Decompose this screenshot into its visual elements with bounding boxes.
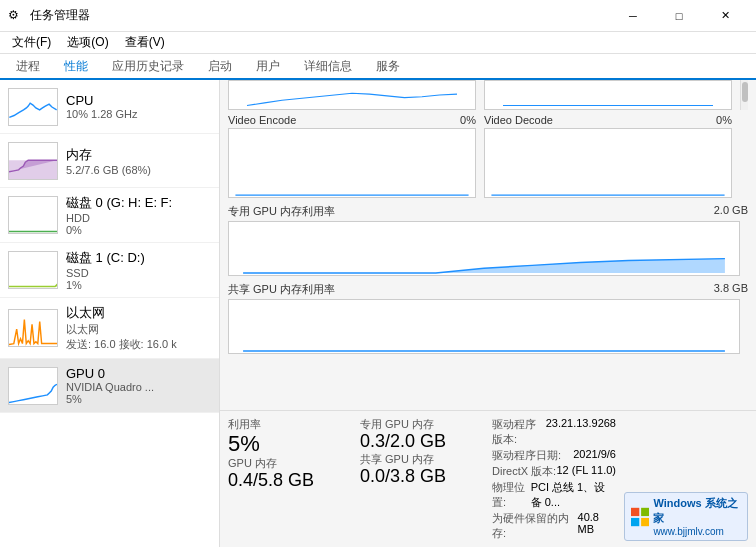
disk1-info: 磁盘 1 (C: D:) SSD 1% [66, 249, 211, 291]
stat-shared-label: 共享 GPU 内存 [360, 452, 484, 467]
memory-info: 内存 5.2/7.6 GB (68%) [66, 146, 211, 176]
memory-thumbnail [8, 142, 58, 180]
close-button[interactable]: ✕ [702, 0, 748, 32]
disk0-name: 磁盘 0 (G: H: E: F: [66, 194, 211, 212]
reserved-mem-val: 40.8 MB [578, 511, 616, 541]
video-decode-graph [484, 128, 732, 198]
dedicated-mem-graph [228, 221, 740, 276]
gpu-value: 5% [66, 393, 211, 405]
stat-gpu-mem: 专用 GPU 内存 0.3/2.0 GB 共享 GPU 内存 0.0/3.8 G… [360, 417, 484, 541]
shared-mem-header: 共享 GPU 内存利用率 3.8 GB [228, 280, 748, 299]
cpu-info: CPU 10% 1.28 GHz [66, 93, 211, 120]
main-content: CPU 10% 1.28 GHz 内存 5.2/7.6 GB (68%) [0, 80, 756, 547]
svg-rect-5 [641, 517, 649, 525]
disk1-value: 1% [66, 279, 211, 291]
watermark-text: Windows 系统之家 www.bjjmlv.com [653, 496, 741, 537]
svg-rect-3 [641, 507, 649, 515]
gpu-name: GPU 0 [66, 366, 211, 381]
maximize-button[interactable]: □ [656, 0, 702, 32]
disk0-type: HDD [66, 212, 211, 224]
title-bar: ⚙ 任务管理器 ─ □ ✕ [0, 0, 756, 32]
disk0-thumbnail [8, 196, 58, 234]
directx-key: DirectX 版本: [492, 464, 556, 479]
video-encode-decode-row: Video Encode 0% Video Decode 0% [228, 112, 748, 198]
tab-details[interactable]: 详细信息 [292, 54, 364, 80]
directx-row: DirectX 版本: 12 (FL 11.0) [492, 464, 616, 479]
video-encode-pct: 0% [460, 114, 476, 126]
watermark-logo [631, 507, 649, 527]
video-decode-header: Video Decode 0% [484, 112, 732, 128]
stat-gpu-mem-value: 0.4/5.8 GB [228, 471, 352, 491]
physical-loc-key: 物理位置: [492, 480, 531, 510]
video-encode-label: Video Encode [228, 114, 296, 126]
gpu-model: NVIDIA Quadro ... [66, 381, 211, 393]
right-panel: Video Encode 0% Video Decode 0% [220, 80, 756, 547]
sidebar: CPU 10% 1.28 GHz 内存 5.2/7.6 GB (68%) [0, 80, 220, 547]
sidebar-item-disk1[interactable]: 磁盘 1 (C: D:) SSD 1% [0, 243, 219, 298]
memory-value: 5.2/7.6 GB (68%) [66, 164, 211, 176]
svg-rect-2 [631, 507, 639, 515]
disk1-name: 磁盘 1 (C: D:) [66, 249, 211, 267]
ethernet-info: 以太网 以太网 发送: 16.0 接收: 16.0 k [66, 304, 211, 352]
dedicated-mem-value: 2.0 GB [714, 204, 748, 219]
disk1-thumbnail [8, 251, 58, 289]
stat-gpu-mem-label: GPU 内存 [228, 456, 352, 471]
dedicated-mem-section: 专用 GPU 内存利用率 2.0 GB [228, 202, 748, 276]
scrollbar-thumb[interactable] [742, 82, 748, 102]
physical-loc-row: 物理位置: PCI 总线 1、设备 0... [492, 480, 616, 510]
stat-dedicated-value: 0.3/2.0 GB [360, 432, 484, 452]
driver-date-key: 驱动程序日期: [492, 448, 561, 463]
reserved-mem-row: 为硬件保留的内存: 40.8 MB [492, 511, 616, 541]
menu-options[interactable]: 选项(O) [59, 32, 116, 53]
disk1-type: SSD [66, 267, 211, 279]
menu-file[interactable]: 文件(F) [4, 32, 59, 53]
memory-name: 内存 [66, 146, 211, 164]
video-decode-pct: 0% [716, 114, 732, 126]
sidebar-item-cpu[interactable]: CPU 10% 1.28 GHz [0, 80, 219, 134]
app-icon: ⚙ [8, 8, 24, 24]
cpu-value: 10% 1.28 GHz [66, 108, 211, 120]
cpu-name: CPU [66, 93, 211, 108]
menu-view[interactable]: 查看(V) [117, 32, 173, 53]
sidebar-item-memory[interactable]: 内存 5.2/7.6 GB (68%) [0, 134, 219, 188]
shared-mem-section: 共享 GPU 内存利用率 3.8 GB [228, 280, 748, 354]
tab-services[interactable]: 服务 [364, 54, 412, 80]
tab-process[interactable]: 进程 [4, 54, 52, 80]
cpu-thumbnail [8, 88, 58, 126]
stat-utilization-label: 利用率 [228, 417, 352, 432]
video-decode-label: Video Decode [484, 114, 553, 126]
minimize-button[interactable]: ─ [610, 0, 656, 32]
physical-loc-val: PCI 总线 1、设备 0... [531, 480, 616, 510]
shared-mem-label: 共享 GPU 内存利用率 [228, 282, 335, 297]
driver-version-val: 23.21.13.9268 [546, 417, 616, 447]
dedicated-mem-header: 专用 GPU 内存利用率 2.0 GB [228, 202, 748, 221]
watermark: Windows 系统之家 www.bjjmlv.com [624, 492, 748, 541]
tab-users[interactable]: 用户 [244, 54, 292, 80]
stat-utilization: 利用率 5% GPU 内存 0.4/5.8 GB [228, 417, 352, 541]
tab-bar: 进程 性能 应用历史记录 启动 用户 详细信息 服务 [0, 54, 756, 80]
tab-performance[interactable]: 性能 [52, 54, 100, 80]
watermark-title: Windows 系统之家 [653, 496, 741, 526]
stat-shared-value: 0.0/3.8 GB [360, 467, 484, 487]
dedicated-mem-label: 专用 GPU 内存利用率 [228, 204, 335, 219]
sidebar-item-ethernet[interactable]: 以太网 以太网 发送: 16.0 接收: 16.0 k [0, 298, 219, 359]
driver-version-key: 驱动程序版本: [492, 417, 546, 447]
video-encode-header: Video Encode 0% [228, 112, 476, 128]
reserved-mem-key: 为硬件保留的内存: [492, 511, 578, 541]
driver-date-row: 驱动程序日期: 2021/9/6 [492, 448, 616, 463]
shared-mem-graph [228, 299, 740, 354]
tab-app-history[interactable]: 应用历史记录 [100, 54, 196, 80]
shared-mem-value: 3.8 GB [714, 282, 748, 297]
disk0-info: 磁盘 0 (G: H: E: F: HDD 0% [66, 194, 211, 236]
stats-footer: 利用率 5% GPU 内存 0.4/5.8 GB 专用 GPU 内存 0.3/2… [220, 410, 756, 547]
watermark-container: Windows 系统之家 www.bjjmlv.com [624, 417, 748, 541]
title-bar-left: ⚙ 任务管理器 [8, 7, 90, 24]
menu-bar: 文件(F) 选项(O) 查看(V) [0, 32, 756, 54]
video-encode-graph [228, 128, 476, 198]
sidebar-item-gpu[interactable]: GPU 0 NVIDIA Quadro ... 5% [0, 359, 219, 413]
driver-version-row: 驱动程序版本: 23.21.13.9268 [492, 417, 616, 447]
sidebar-item-disk0[interactable]: 磁盘 0 (G: H: E: F: HDD 0% [0, 188, 219, 243]
disk0-value: 0% [66, 224, 211, 236]
tab-startup[interactable]: 启动 [196, 54, 244, 80]
video-decode-section: Video Decode 0% [484, 112, 732, 198]
